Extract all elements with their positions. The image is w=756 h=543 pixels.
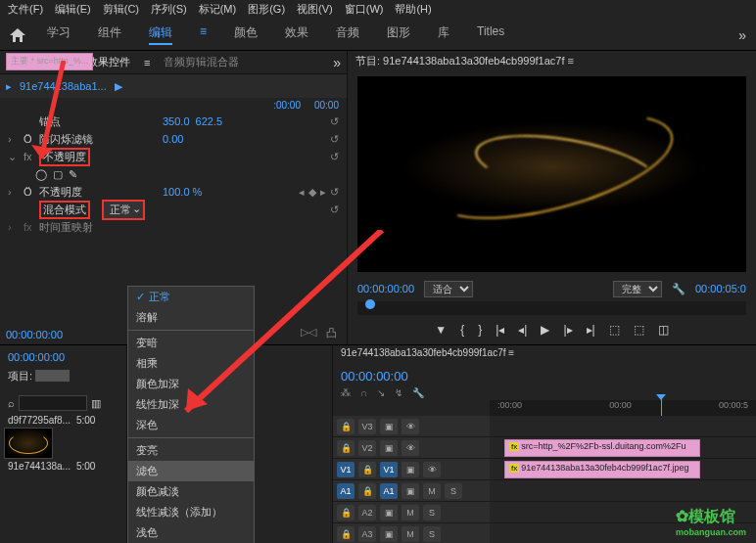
wrench-icon[interactable]: 🔧 — [672, 283, 685, 295]
twirl-open-icon[interactable]: ⌄ — [8, 151, 18, 163]
track-lock-icon[interactable]: 🔒 — [337, 440, 354, 456]
tab-graphics[interactable]: 图形 — [387, 24, 410, 45]
reset-icon[interactable]: ↺ — [330, 204, 339, 216]
quality-select[interactable]: 完整 — [613, 281, 662, 297]
tab-assembly[interactable]: 组件 — [98, 24, 121, 45]
timeline-seq-tab[interactable]: 91e744138aba13a30feb4cb999f1ac7f — [341, 347, 506, 358]
reset-icon[interactable]: ↺ — [330, 151, 339, 163]
goto-out-icon[interactable]: ▸| — [587, 323, 595, 337]
tool-icon[interactable]: 凸 — [326, 326, 337, 340]
blend-item-dissolve[interactable]: 溶解 — [128, 307, 254, 328]
link-icon[interactable]: ∩ — [360, 387, 367, 398]
track-lock-icon[interactable]: 🔒 — [337, 505, 354, 520]
kf-prev-icon[interactable]: ◂ — [299, 186, 305, 199]
snap-icon[interactable]: ⁂ — [341, 387, 351, 398]
menu-help[interactable]: 帮助(H) — [395, 2, 431, 18]
zoom-select[interactable]: 适合 — [424, 281, 473, 297]
wrench-icon[interactable]: 🔧 — [412, 387, 424, 398]
tab-audio[interactable]: 音频 — [336, 24, 359, 45]
kf-next-icon[interactable]: ▸ — [320, 186, 326, 199]
twirl-icon[interactable]: › — [8, 133, 18, 145]
opacity-value[interactable]: 100.0 % — [163, 186, 202, 198]
ellipse-mask-icon[interactable]: ◯ — [35, 168, 47, 181]
menu-sequence[interactable]: 序列(S) — [151, 2, 187, 18]
reset-icon[interactable]: ↺ — [330, 186, 339, 199]
monitor-tc-left[interactable]: 00:00:00:00 — [357, 283, 414, 294]
mute-icon[interactable]: M — [423, 483, 441, 499]
blend-item-multiply[interactable]: 相乘 — [128, 353, 254, 374]
project-tab[interactable]: 项目: — [8, 370, 32, 382]
timeline-clip[interactable]: fx91e744138aba13a30feb4cb999f1ac7f.jpeg — [504, 461, 700, 478]
anchor-x[interactable]: 350.0 — [163, 115, 190, 127]
menu-graphics[interactable]: 图形(G) — [248, 2, 285, 18]
track-lock-icon[interactable]: 🔒 — [358, 462, 376, 477]
export-icon[interactable]: ◫ — [658, 323, 669, 337]
marker-icon[interactable]: ↘ — [377, 387, 385, 398]
menu-file[interactable]: 文件(F) — [8, 2, 43, 18]
project-search[interactable] — [19, 395, 87, 411]
out-icon[interactable]: } — [478, 323, 482, 337]
rect-mask-icon[interactable]: ▢ — [53, 168, 63, 181]
track-lock-icon[interactable]: 🔒 — [358, 483, 376, 499]
monitor-scrubber[interactable] — [357, 301, 746, 315]
twirl-icon[interactable]: › — [8, 186, 18, 198]
track-eye-icon[interactable]: 👁 — [402, 440, 419, 456]
play-icon[interactable]: ▶ — [541, 323, 549, 337]
tab-learn[interactable]: 学习 — [47, 24, 71, 45]
flicker-value[interactable]: 0.00 — [163, 133, 183, 145]
lift-icon[interactable]: ⬚ — [609, 323, 620, 337]
bin-thumb[interactable] — [4, 428, 122, 459]
track-toggle[interactable]: ▣ — [380, 440, 398, 456]
audio-mixer-tab[interactable]: 音频剪辑混合器 — [164, 55, 239, 69]
reset-icon[interactable]: ↺ — [330, 115, 339, 128]
mute-icon[interactable]: M — [402, 526, 419, 542]
workspace-menu-icon[interactable]: ≡ — [200, 24, 207, 45]
blend-item-colorburn[interactable]: 颜色加深 — [128, 374, 254, 394]
track-toggle[interactable]: ▣ — [402, 483, 419, 499]
blend-item-screen[interactable]: 滤色 — [128, 461, 254, 481]
track-lock-icon[interactable]: 🔒 — [337, 526, 354, 542]
play-icon[interactable]: ▶ — [115, 80, 122, 93]
track-lock-icon[interactable]: 🔒 — [337, 419, 354, 434]
step-back-icon[interactable]: ◂| — [518, 323, 527, 337]
menu-window[interactable]: 窗口(W) — [345, 2, 384, 18]
track-a2[interactable]: A2 — [358, 505, 376, 520]
search-icon[interactable]: ⌕ — [8, 397, 15, 409]
program-tab[interactable]: 节目: 91e744138aba13a30feb4cb999f1ac7f — [355, 55, 564, 67]
tab-color[interactable]: 颜色 — [234, 24, 258, 45]
bin-item[interactable]: d9f77295af8... 5:00 — [4, 413, 122, 428]
track-toggle[interactable]: ▣ — [380, 505, 398, 520]
track-a3[interactable]: A3 — [358, 526, 376, 542]
track-eye-icon[interactable]: 👁 — [423, 462, 441, 477]
track-toggle[interactable]: ▣ — [380, 419, 398, 434]
solo-icon[interactable]: S — [445, 483, 462, 499]
blend-item-darkercolor[interactable]: 深色 — [128, 415, 254, 435]
track-v2[interactable]: V2 — [358, 440, 376, 456]
menu-marker[interactable]: 标记(M) — [199, 2, 237, 18]
blend-mode-dropdown[interactable]: 正常⌄ — [102, 200, 145, 220]
blend-item-colordodge[interactable]: 颜色减淡 — [128, 481, 254, 502]
goto-in-icon[interactable]: |◂ — [496, 323, 504, 337]
fx-timecode[interactable]: 00:00:00:00 — [6, 329, 63, 340]
twirl-icon[interactable]: › — [8, 221, 18, 233]
home-icon[interactable] — [10, 28, 25, 42]
menu-edit[interactable]: 编辑(E) — [55, 2, 91, 18]
tool-icon[interactable]: ▷◁ — [301, 326, 316, 340]
program-monitor[interactable] — [357, 76, 746, 272]
track-v3[interactable]: V3 — [358, 419, 376, 434]
timeline-ruler[interactable]: :00:00 00:00 00:00:5 — [490, 400, 756, 416]
kf-add-icon[interactable]: ◆ — [308, 186, 316, 199]
anchor-y[interactable]: 622.5 — [196, 115, 223, 127]
track-toggle[interactable]: ▣ — [402, 462, 419, 477]
opacity-section[interactable]: 不透明度 — [39, 148, 90, 166]
tab-effects[interactable]: 效果 — [285, 24, 308, 45]
tab-library[interactable]: 库 — [438, 24, 449, 45]
pen-mask-icon[interactable]: ✎ — [69, 168, 77, 181]
in-icon[interactable]: { — [460, 323, 464, 337]
menu-clip[interactable]: 剪辑(C) — [103, 2, 139, 18]
extract-icon[interactable]: ⬚ — [634, 323, 644, 337]
mute-icon[interactable]: M — [402, 505, 419, 520]
fx-seq-name[interactable]: 91e744138aba1... — [20, 80, 107, 92]
overflow-icon[interactable]: » — [738, 27, 746, 43]
tab-editing[interactable]: 编辑 — [149, 24, 172, 45]
